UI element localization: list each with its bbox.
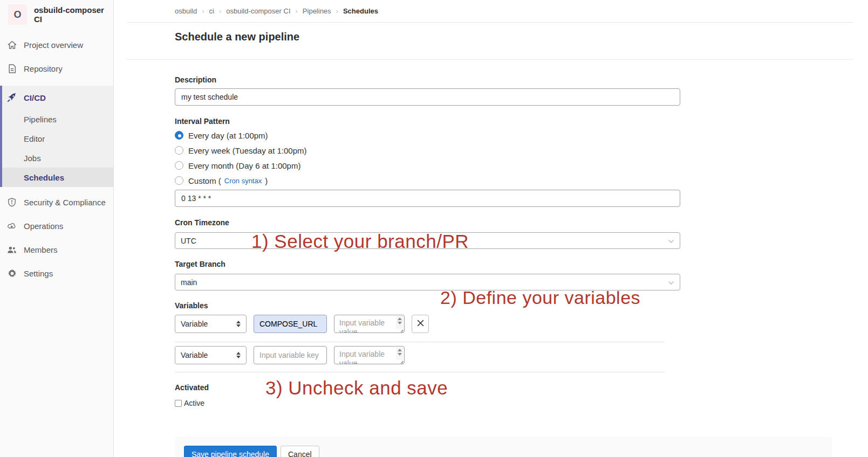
variable-row: Variable Input variable value bbox=[175, 315, 853, 333]
divider bbox=[175, 342, 665, 342]
variable-key-input[interactable] bbox=[254, 346, 327, 364]
select-value: main bbox=[181, 278, 197, 287]
page-title: Schedule a new pipeline bbox=[175, 31, 853, 59]
divider bbox=[175, 372, 665, 372]
sidebar-subitem-label: Pipelines bbox=[24, 115, 57, 124]
close-icon bbox=[417, 319, 424, 329]
users-icon bbox=[7, 246, 17, 254]
chevron-right-icon: › bbox=[296, 7, 298, 15]
resize-grip[interactable] bbox=[399, 358, 404, 364]
radio-selected-icon[interactable] bbox=[175, 131, 183, 140]
project-context-header[interactable]: O osbuild-composer CI bbox=[0, 0, 113, 29]
variable-row: Variable Input variable value bbox=[175, 346, 853, 364]
variable-value-textarea[interactable]: Input variable value bbox=[334, 315, 405, 333]
chevron-down-icon bbox=[668, 237, 674, 245]
breadcrumb-current: Schedules bbox=[343, 7, 378, 15]
sidebar-subitem-label: Schedules bbox=[24, 173, 64, 182]
target-branch-label: Target Branch bbox=[175, 260, 853, 268]
project-avatar: O bbox=[8, 4, 27, 25]
active-checkbox-row[interactable]: Active bbox=[175, 399, 853, 407]
cron-timezone-select[interactable]: UTC bbox=[175, 232, 680, 249]
save-pipeline-schedule-button[interactable]: Save pipeline schedule bbox=[184, 446, 277, 457]
sidebar-item-label: Operations bbox=[24, 221, 63, 231]
variable-key-input[interactable] bbox=[254, 315, 327, 333]
sidebar-item-members[interactable]: Members bbox=[0, 238, 113, 261]
active-checkbox-label: Active bbox=[184, 399, 204, 407]
sidebar-subitem-label: Jobs bbox=[24, 154, 41, 163]
sidebar-item-repository[interactable]: Repository bbox=[0, 57, 113, 80]
sidebar-item-label: Project overview bbox=[24, 40, 83, 50]
activated-label: Activated bbox=[175, 383, 853, 392]
radio-label: Custom ( bbox=[188, 176, 221, 185]
radio-icon[interactable] bbox=[175, 176, 183, 185]
select-value: Variable bbox=[181, 351, 208, 359]
form-actions: Save pipeline schedule Cancel bbox=[175, 437, 832, 457]
description-input[interactable] bbox=[175, 88, 680, 106]
updown-arrows-icon bbox=[236, 321, 241, 327]
cancel-button[interactable]: Cancel bbox=[281, 446, 319, 457]
gear-icon bbox=[7, 269, 17, 278]
select-value: Variable bbox=[181, 320, 208, 328]
variable-type-select[interactable]: Variable bbox=[175, 346, 247, 364]
home-icon bbox=[7, 40, 17, 50]
variable-type-select[interactable]: Variable bbox=[175, 315, 247, 333]
radio-icon[interactable] bbox=[175, 146, 183, 155]
interval-option-every-week[interactable]: Every week (Tuesday at 1:00pm) bbox=[175, 145, 853, 156]
remove-variable-button[interactable] bbox=[412, 315, 429, 333]
sidebar-item-cicd[interactable]: CI/CD bbox=[2, 86, 113, 109]
resize-grip[interactable] bbox=[399, 327, 404, 333]
updown-arrows-icon bbox=[236, 352, 241, 358]
breadcrumb-link[interactable]: osbuild bbox=[175, 7, 197, 15]
chevron-down-icon bbox=[668, 278, 674, 287]
active-checkbox[interactable] bbox=[175, 400, 182, 407]
chevron-right-icon: › bbox=[219, 7, 221, 15]
main-content: osbuild › ci › osbuild-composer CI › Pip… bbox=[114, 0, 868, 457]
chevron-right-icon: › bbox=[336, 7, 338, 15]
description-label: Description bbox=[175, 75, 853, 84]
select-value: UTC bbox=[181, 237, 196, 245]
textarea-placeholder: Input variable value bbox=[339, 318, 393, 333]
radio-label: Every month (Day 6 at 1:00pm) bbox=[188, 161, 300, 170]
sidebar-item-editor[interactable]: Editor bbox=[2, 129, 113, 148]
file-icon bbox=[7, 64, 17, 73]
sidebar: O osbuild-composer CI Project overview R… bbox=[0, 0, 114, 457]
breadcrumb-link[interactable]: ci bbox=[209, 7, 214, 15]
breadcrumb: osbuild › ci › osbuild-composer CI › Pip… bbox=[127, 0, 853, 23]
sidebar-item-operations[interactable]: Operations bbox=[0, 214, 113, 238]
sidebar-item-pipelines[interactable]: Pipelines bbox=[2, 109, 113, 129]
sidebar-item-label: Members bbox=[24, 245, 58, 254]
textarea-placeholder: Input variable value bbox=[339, 350, 393, 364]
radio-label-suffix: ) bbox=[265, 176, 268, 185]
sidebar-item-label: Settings bbox=[24, 269, 53, 278]
sidebar-item-label: Repository bbox=[24, 64, 63, 73]
variables-label: Variables bbox=[175, 301, 853, 310]
cron-syntax-link[interactable]: Cron syntax bbox=[224, 177, 262, 185]
radio-icon[interactable] bbox=[175, 161, 183, 170]
chevron-right-icon: › bbox=[202, 7, 204, 15]
interval-pattern-label: Interval Pattern bbox=[175, 117, 853, 126]
sidebar-item-security-compliance[interactable]: Security & Compliance bbox=[0, 190, 113, 214]
interval-option-every-day[interactable]: Every day (at 1:00pm) bbox=[175, 130, 853, 141]
cron-pattern-input[interactable] bbox=[175, 190, 680, 207]
divider bbox=[127, 59, 853, 60]
sidebar-item-project-overview[interactable]: Project overview bbox=[0, 33, 113, 57]
sidebar-item-label: CI/CD bbox=[24, 93, 46, 102]
sidebar-item-settings[interactable]: Settings bbox=[0, 261, 113, 285]
target-branch-select[interactable]: main bbox=[175, 274, 680, 290]
rocket-icon bbox=[7, 93, 17, 102]
cloud-gear-icon bbox=[7, 222, 17, 230]
breadcrumb-link[interactable]: Pipelines bbox=[303, 7, 331, 15]
sidebar-item-jobs[interactable]: Jobs bbox=[2, 148, 113, 168]
interval-option-every-month[interactable]: Every month (Day 6 at 1:00pm) bbox=[175, 160, 853, 171]
sidebar-item-label: Security & Compliance bbox=[24, 198, 106, 207]
radio-label: Every day (at 1:00pm) bbox=[188, 131, 268, 140]
interval-option-custom[interactable]: Custom ( Cron syntax ) bbox=[175, 175, 853, 186]
variable-value-textarea[interactable]: Input variable value bbox=[334, 346, 405, 364]
breadcrumb-link[interactable]: osbuild-composer CI bbox=[226, 7, 290, 15]
sidebar-item-schedules[interactable]: Schedules bbox=[2, 168, 113, 187]
radio-label: Every week (Tuesday at 1:00pm) bbox=[188, 146, 307, 155]
project-title: osbuild-composer CI bbox=[34, 5, 108, 24]
cron-timezone-label: Cron Timezone bbox=[175, 218, 853, 227]
shield-icon bbox=[7, 198, 17, 207]
sidebar-cicd-section: CI/CD Pipelines Editor Jobs Schedules bbox=[0, 86, 113, 187]
